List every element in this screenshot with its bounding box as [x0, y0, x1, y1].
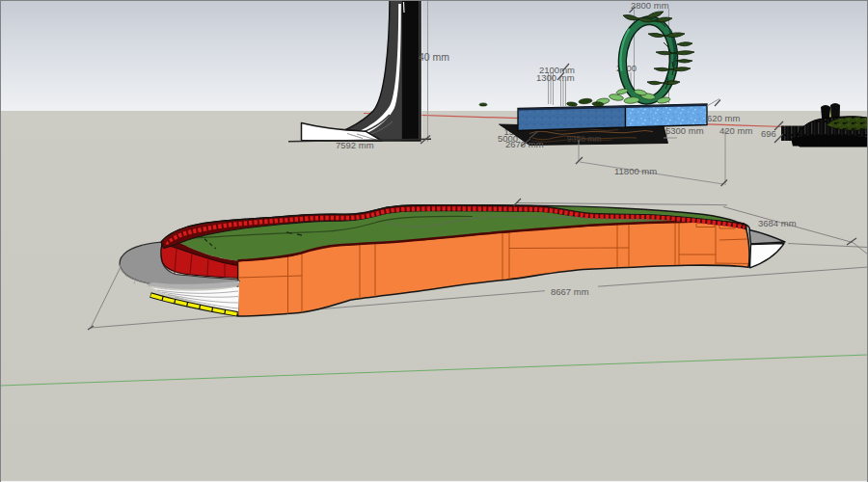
svg-text:9358 mm: 9358 mm [567, 134, 601, 144]
svg-text:696: 696 [761, 128, 776, 139]
svg-text:620 mm: 620 mm [707, 113, 740, 123]
svg-text:3684 mm: 3684 mm [758, 218, 797, 228]
svg-text:7592 mm: 7592 mm [336, 140, 374, 150]
svg-text:5300 mm: 5300 mm [665, 125, 704, 136]
svg-text:11800 mm: 11800 mm [614, 166, 657, 176]
svg-text:2800 mm: 2800 mm [631, 0, 669, 11]
svg-text:8667 mm: 8667 mm [551, 286, 589, 297]
svg-text:2670 mm: 2670 mm [505, 139, 544, 149]
svg-text:40 mm: 40 mm [419, 51, 449, 63]
svg-text:420 mm: 420 mm [719, 125, 752, 136]
svg-text:1300 mm: 1300 mm [536, 72, 575, 83]
